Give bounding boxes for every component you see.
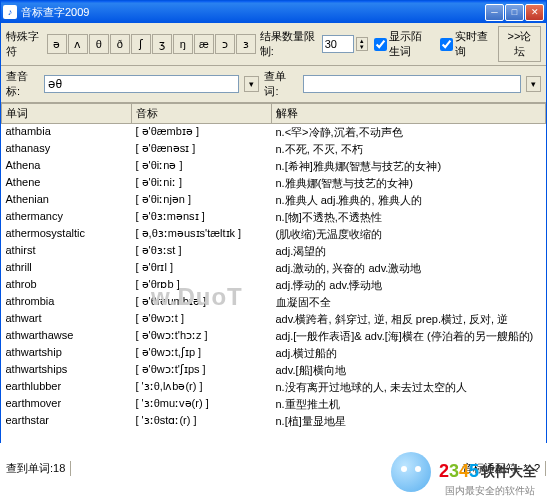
cell-meaning: adj.激动的, 兴奋的 adv.激动地 (272, 260, 546, 277)
table-row[interactable]: athermosystaltic[ ə,θɜːməusɪs'tæltɪk ](肌… (2, 226, 546, 243)
cell-phonetic: [ ə'θɜːmənsɪ ] (132, 209, 272, 226)
spinner-buttons[interactable]: ▲▼ (356, 37, 368, 51)
table-row[interactable]: earthstar[ 'ɜːθstɑː(r) ]n.[植]量显地星 (2, 413, 546, 430)
cell-word: athambia (2, 124, 132, 142)
phonetic-char-button[interactable]: ʌ (68, 34, 88, 54)
phonetic-char-button[interactable]: θ (89, 34, 109, 54)
table-row[interactable]: athrombia[ ə'θrəumbɪə ]血凝固不全 (2, 294, 546, 311)
cell-word: athanasy (2, 141, 132, 158)
minimize-button[interactable]: ─ (485, 4, 504, 21)
table-row[interactable]: earthlubber[ 'ɜːθ,lʌbə(r) ]n.没有离开过地球的人, … (2, 379, 546, 396)
table-row[interactable]: athwart[ ə'θwɔːt ]adv.横跨着, 斜穿过, 逆, 相反 pr… (2, 311, 546, 328)
results-table: 单词 音标 解释 athambia[ ə'θæmbɪə ]n.<罕>冷静,沉着,… (1, 103, 546, 430)
cell-meaning: adj.悸动的 adv.悸动地 (272, 277, 546, 294)
cell-phonetic: [ ə'θiːniː ] (132, 175, 272, 192)
results-panel[interactable]: w.DuoT 单词 音标 解释 athambia[ ə'θæmbɪə ]n.<罕… (1, 103, 546, 459)
cell-phonetic: [ ə'θiːnə ] (132, 158, 272, 175)
cell-phonetic: [ ə'θɜːst ] (132, 243, 272, 260)
cell-meaning: n.不死, 不灭, 不朽 (272, 141, 546, 158)
cell-meaning: adv.横跨着, 斜穿过, 逆, 相反 prep.横过, 反对, 逆 (272, 311, 546, 328)
table-row[interactable]: athirst[ ə'θɜːst ]adj.渴望的 (2, 243, 546, 260)
show-unknown-input[interactable] (374, 38, 387, 51)
close-button[interactable]: ✕ (525, 4, 544, 21)
maximize-button[interactable]: □ (505, 4, 524, 21)
cell-word: athwart (2, 311, 132, 328)
cell-word: athirst (2, 243, 132, 260)
cell-word: earthmover (2, 396, 132, 413)
mascot-icon (391, 452, 431, 492)
table-row[interactable]: athwartships[ ə'θwɔːt'ʃɪps ]adv.[船]横向地 (2, 362, 546, 379)
col-header-meaning[interactable]: 解释 (272, 104, 546, 124)
cell-meaning: n.没有离开过地球的人, 未去过太空的人 (272, 379, 546, 396)
cell-word: athermosystaltic (2, 226, 132, 243)
phonetic-char-button[interactable]: ɔ (215, 34, 235, 54)
phonetic-search-input[interactable] (44, 75, 239, 93)
status-count: 查到单词:18 (1, 461, 71, 476)
table-row[interactable]: athwartship[ ə'θwɔːt,ʃɪp ]adj.横过船的 (2, 345, 546, 362)
col-header-word[interactable]: 单词 (2, 104, 132, 124)
cell-word: athrombia (2, 294, 132, 311)
cell-meaning: (肌收缩)无温度收缩的 (272, 226, 546, 243)
cell-meaning: adj.渴望的 (272, 243, 546, 260)
cell-word: athwarthawse (2, 328, 132, 345)
search-bar: 查音标: ▾ 查单词: ▾ (1, 66, 546, 103)
phonetic-dropdown-button[interactable]: ▾ (244, 76, 259, 92)
window-title: 音标查字2009 (21, 5, 485, 20)
table-row[interactable]: athermancy[ ə'θɜːmənsɪ ]n.[物]不透热,不透热性 (2, 209, 546, 226)
phonetic-char-button[interactable]: ɜ (236, 34, 256, 54)
cell-meaning: n.雅典人 adj.雅典的, 雅典人的 (272, 192, 546, 209)
cell-word: earthlubber (2, 379, 132, 396)
realtime-checkbox[interactable]: 实时查询 (440, 29, 489, 59)
cell-phonetic: [ ə,θɜːməusɪs'tæltɪk ] (132, 226, 272, 243)
table-row[interactable]: Athenian[ ə'θiːnjən ]n.雅典人 adj.雅典的, 雅典人的 (2, 192, 546, 209)
table-row[interactable]: athwarthawse[ ə'θwɔːt'hɔːz ]adj.[一般作表语]&… (2, 328, 546, 345)
cell-phonetic: [ 'ɜːθstɑː(r) ] (132, 413, 272, 430)
cell-meaning: n.[植]量显地星 (272, 413, 546, 430)
result-limit-input[interactable] (322, 35, 354, 53)
cell-phonetic: [ 'ɜːθ,lʌbə(r) ] (132, 379, 272, 396)
phonetic-char-button[interactable]: ə (47, 34, 67, 54)
brand-logo: 2345 软件大全 (439, 461, 537, 482)
forum-button[interactable]: >>论坛 (498, 26, 541, 62)
phonetic-char-group: əʌθðʃʒŋæɔɜ (47, 34, 256, 54)
phonetic-char-button[interactable]: ʒ (152, 34, 172, 54)
cell-phonetic: [ ə'θiːnjən ] (132, 192, 272, 209)
cell-phonetic: [ ə'θænəsɪ ] (132, 141, 272, 158)
show-unknown-checkbox[interactable]: 显示陌生词 (374, 29, 433, 59)
phonetic-char-button[interactable]: æ (194, 34, 214, 54)
special-chars-label: 特殊字符 (6, 29, 43, 59)
cell-phonetic: [ 'ɜːθmuːvə(r) ] (132, 396, 272, 413)
realtime-input[interactable] (440, 38, 453, 51)
cell-meaning: n.重型推土机 (272, 396, 546, 413)
table-row[interactable]: earthmover[ 'ɜːθmuːvə(r) ]n.重型推土机 (2, 396, 546, 413)
table-row[interactable]: athrill[ ə'θrɪl ]adj.激动的, 兴奋的 adv.激动地 (2, 260, 546, 277)
word-dropdown-button[interactable]: ▾ (526, 76, 541, 92)
toolbar: 特殊字符 əʌθðʃʒŋæɔɜ 结果数量限制: ▲▼ 显示陌生词 实时查询 >>… (1, 23, 546, 66)
table-row[interactable]: athrob[ ə'θrɒb ]adj.悸动的 adv.悸动地 (2, 277, 546, 294)
table-row[interactable]: athanasy[ ə'θænəsɪ ]n.不死, 不灭, 不朽 (2, 141, 546, 158)
cell-word: athwartship (2, 345, 132, 362)
app-icon: ♪ (3, 5, 17, 19)
word-search-label: 查单词: (264, 69, 297, 99)
window-controls: ─ □ ✕ (485, 4, 544, 21)
table-row[interactable]: Athena[ ə'θiːnə ]n.[希神]雅典娜(智慧与技艺的女神) (2, 158, 546, 175)
slogan-text: 国内最安全的软件站 (445, 484, 535, 498)
app-window: ♪ 音标查字2009 ─ □ ✕ 特殊字符 əʌθðʃʒŋæɔɜ 结果数量限制:… (0, 0, 547, 443)
cell-phonetic: [ ə'θwɔːt'hɔːz ] (132, 328, 272, 345)
cell-word: athrob (2, 277, 132, 294)
table-row[interactable]: athambia[ ə'θæmbɪə ]n.<罕>冷静,沉着,不动声色 (2, 124, 546, 142)
table-row[interactable]: Athene[ ə'θiːniː ]n.雅典娜(智慧与技艺的女神) (2, 175, 546, 192)
cell-word: Athenian (2, 192, 132, 209)
col-header-phonetic[interactable]: 音标 (132, 104, 272, 124)
cell-meaning: 血凝固不全 (272, 294, 546, 311)
word-search-input[interactable] (303, 75, 521, 93)
phonetic-char-button[interactable]: ð (110, 34, 130, 54)
cell-word: athrill (2, 260, 132, 277)
cell-meaning: n.雅典娜(智慧与技艺的女神) (272, 175, 546, 192)
cell-meaning: adj.横过船的 (272, 345, 546, 362)
cell-meaning: n.[物]不透热,不透热性 (272, 209, 546, 226)
phonetic-char-button[interactable]: ʃ (131, 34, 151, 54)
cell-phonetic: [ ə'θrɒb ] (132, 277, 272, 294)
phonetic-char-button[interactable]: ŋ (173, 34, 193, 54)
titlebar[interactable]: ♪ 音标查字2009 ─ □ ✕ (1, 1, 546, 23)
